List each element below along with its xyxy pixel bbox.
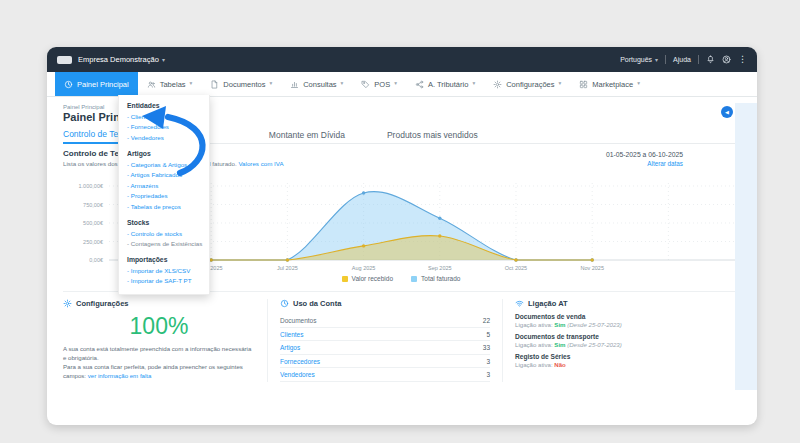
at-item-title: Documentos de transporte xyxy=(515,333,739,340)
side-panel-collapsed[interactable] xyxy=(735,103,757,390)
summary-row: Configurações 100% A sua conta está tota… xyxy=(63,299,739,382)
date-range-label: 01-05-2025 a 06-10-2025 xyxy=(487,151,683,158)
main-menu: Painel PrincipalTabelas▾Documentos▾Consu… xyxy=(47,72,757,97)
document-icon xyxy=(210,80,219,89)
dropdown-section-stocks: Stocks xyxy=(127,219,201,226)
usage-section: Uso da Conta Documentos22Clientes5Artigo… xyxy=(268,299,503,382)
usage-row-artigos: Artigos33 xyxy=(280,341,490,355)
usage-label[interactable]: Artigos xyxy=(280,344,300,351)
menu-item-label: Consultas xyxy=(303,80,336,89)
usage-label[interactable]: Vendedores xyxy=(280,371,315,378)
dropdown-item-importar-de-xls-csv[interactable]: Importar de XLS/CSV xyxy=(127,265,201,276)
company-logo xyxy=(57,56,72,64)
legend-swatch xyxy=(342,276,348,282)
menu-item-configuracoes[interactable]: Configurações▾ xyxy=(484,72,570,96)
help-link[interactable]: Ajuda xyxy=(673,56,691,63)
dropdown-item-contagens-de-existencias[interactable]: Contagens de Existências xyxy=(127,238,201,249)
company-name: Empresa Demonstração xyxy=(78,55,159,64)
gear-icon xyxy=(493,80,502,89)
menu-item-marketplace[interactable]: Marketplace▾ xyxy=(570,72,649,96)
chevron-down-icon: ▾ xyxy=(472,81,475,87)
svg-text:Aug 2025: Aug 2025 xyxy=(352,265,376,271)
valores-com-iva-link[interactable]: Valores com IVA xyxy=(238,160,283,167)
chevron-down-icon: ▾ xyxy=(637,81,640,87)
divider xyxy=(698,55,699,64)
usage-value: 33 xyxy=(483,344,490,351)
dropdown-item-vendedores[interactable]: Vendedores xyxy=(127,132,201,143)
usage-row-clientes: Clientes5 xyxy=(280,328,490,342)
svg-text:500,00€: 500,00€ xyxy=(83,220,103,226)
svg-text:0,00€: 0,00€ xyxy=(89,257,103,263)
chevron-down-icon: ▾ xyxy=(559,81,562,87)
tab-produtos-mais-vendidos[interactable]: Produtos mais vendidos xyxy=(387,130,478,143)
menu-item-label: A. Tributário xyxy=(428,80,468,89)
chevron-down-icon: ▾ xyxy=(190,81,193,87)
at-item-documentos-de-venda: Documentos de vendaLigação ativa: Sim (D… xyxy=(515,313,739,328)
svg-text:Sep 2025: Sep 2025 xyxy=(428,265,452,271)
tabelas-dropdown: EntidadesClientesFornecedoresVendedoresA… xyxy=(118,95,210,295)
menu-item-pos[interactable]: POS▾ xyxy=(352,72,406,96)
date-filter: 01-05-2025 a 06-10-2025 Alterar datas xyxy=(487,151,683,167)
legend-swatch xyxy=(411,276,417,282)
tab-montante-em-divida[interactable]: Montante em Dívida xyxy=(269,130,345,143)
usage-row-documentos: Documentos22 xyxy=(280,314,490,328)
dropdown-item-controlo-de-stocks[interactable]: Controlo de stocks xyxy=(127,228,201,239)
dropdown-item-propriedades[interactable]: Propriedades xyxy=(127,191,201,202)
legend-item-valor-recebido: Valor recebido xyxy=(342,275,393,282)
dropdown-item-artigos-fabricados[interactable]: Artigos Fabricados xyxy=(127,169,201,180)
chevron-down-icon: ▾ xyxy=(341,81,344,87)
grid-icon xyxy=(579,80,588,89)
dashboard-icon xyxy=(64,80,73,89)
menu-item-tabelas[interactable]: Tabelas▾ xyxy=(138,72,202,96)
share-icon xyxy=(415,80,424,89)
notifications-icon[interactable] xyxy=(706,55,715,64)
change-dates-link[interactable]: Alterar datas xyxy=(487,160,683,167)
divider xyxy=(665,55,666,64)
usage-row-fornecedores: Fornecedores3 xyxy=(280,355,490,369)
language-selector[interactable]: Português ▾ xyxy=(620,56,658,63)
desktop-background: { "topbar": {"company": "Empresa Demonst… xyxy=(0,0,800,443)
at-item-title: Documentos de venda xyxy=(515,313,739,320)
usage-label: Documentos xyxy=(280,317,317,324)
top-navbar: Empresa Demonstração ▾ Português ▾ Ajuda… xyxy=(47,47,757,72)
svg-text:Nov 2025: Nov 2025 xyxy=(580,265,604,271)
menu-item-documentos[interactable]: Documentos▾ xyxy=(201,72,281,96)
breadcrumb[interactable]: Painel Principal xyxy=(63,104,104,110)
dropdown-item-importar-de-saf-t-pt[interactable]: Importar de SAF-T PT xyxy=(127,276,201,287)
usage-label[interactable]: Clientes xyxy=(280,331,303,338)
missing-info-link[interactable]: ver informação em falta xyxy=(88,372,152,379)
at-item-title: Registo de Séries xyxy=(515,353,739,360)
svg-text:750,00€: 750,00€ xyxy=(83,202,103,208)
at-items: Documentos de vendaLigação ativa: Sim (D… xyxy=(515,313,739,368)
usage-table: Documentos22Clientes5Artigos33Fornecedor… xyxy=(280,314,490,382)
usage-value: 3 xyxy=(486,371,490,378)
menu-item-label: Painel Principal xyxy=(77,80,129,89)
menu-item-painel-principal[interactable]: Painel Principal xyxy=(55,72,138,96)
legend-item-total-faturado: Total faturado xyxy=(411,275,460,282)
menu-item-label: POS xyxy=(374,80,390,89)
dropdown-item-tabelas-de-precos[interactable]: Tabelas de preços xyxy=(127,201,201,212)
chevron-down-icon: ▾ xyxy=(655,57,658,63)
company-switcher[interactable]: Empresa Demonstração ▾ xyxy=(78,55,165,64)
dropdown-item-fornecedores[interactable]: Fornecedores xyxy=(127,122,201,133)
menu-item-consultas[interactable]: Consultas▾ xyxy=(281,72,352,96)
at-item-registo-de-series: Registo de SériesLigação ativa: Não xyxy=(515,353,739,368)
config-section: Configurações 100% A sua conta está tota… xyxy=(63,299,268,382)
svg-text:Jul 2025: Jul 2025 xyxy=(277,265,298,271)
dropdown-item-categorias-artigos[interactable]: Categorias & Artigos xyxy=(127,159,201,170)
usage-label[interactable]: Fornecedores xyxy=(280,358,320,365)
overflow-menu-icon[interactable]: ⋮ xyxy=(738,55,747,64)
config-title: Configurações xyxy=(76,299,129,308)
collapse-panel-button[interactable]: ◀ xyxy=(721,106,733,118)
menu-item-label: Marketplace xyxy=(592,80,633,89)
gear-icon xyxy=(63,299,72,308)
config-text-2: Para a sua conta ficar perfeita, pode ai… xyxy=(63,362,255,380)
dropdown-item-armazens[interactable]: Armazéns xyxy=(127,180,201,191)
config-text-1: A sua conta está totalmente preenchida c… xyxy=(63,344,255,362)
user-avatar[interactable] xyxy=(722,55,731,64)
dropdown-item-clientes[interactable]: Clientes xyxy=(127,111,201,122)
users-icon xyxy=(147,80,156,89)
dropdown-section-artigos: Artigos xyxy=(127,150,201,157)
menu-item-a-tributario[interactable]: A. Tributário▾ xyxy=(406,72,484,96)
chart-icon xyxy=(290,80,299,89)
